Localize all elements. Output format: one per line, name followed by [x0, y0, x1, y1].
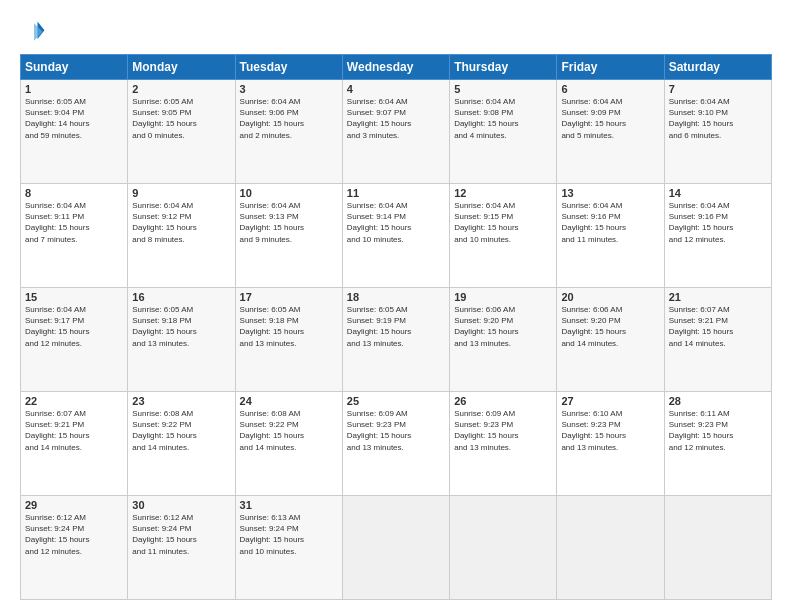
- weekday-header-wednesday: Wednesday: [342, 55, 449, 80]
- day-info: Sunrise: 6:04 AM Sunset: 9:08 PM Dayligh…: [454, 96, 552, 141]
- calendar-day: 21Sunrise: 6:07 AM Sunset: 9:21 PM Dayli…: [664, 288, 771, 392]
- day-info: Sunrise: 6:13 AM Sunset: 9:24 PM Dayligh…: [240, 512, 338, 557]
- calendar-day: 17Sunrise: 6:05 AM Sunset: 9:18 PM Dayli…: [235, 288, 342, 392]
- calendar-header: SundayMondayTuesdayWednesdayThursdayFrid…: [21, 55, 772, 80]
- weekday-header-friday: Friday: [557, 55, 664, 80]
- calendar-week-3: 15Sunrise: 6:04 AM Sunset: 9:17 PM Dayli…: [21, 288, 772, 392]
- calendar-day: 9Sunrise: 6:04 AM Sunset: 9:12 PM Daylig…: [128, 184, 235, 288]
- day-number: 18: [347, 291, 445, 303]
- day-number: 12: [454, 187, 552, 199]
- day-number: 16: [132, 291, 230, 303]
- calendar-day: 2Sunrise: 6:05 AM Sunset: 9:05 PM Daylig…: [128, 80, 235, 184]
- calendar-day: 23Sunrise: 6:08 AM Sunset: 9:22 PM Dayli…: [128, 392, 235, 496]
- weekday-header-thursday: Thursday: [450, 55, 557, 80]
- weekday-header-sunday: Sunday: [21, 55, 128, 80]
- day-number: 5: [454, 83, 552, 95]
- day-info: Sunrise: 6:04 AM Sunset: 9:15 PM Dayligh…: [454, 200, 552, 245]
- day-info: Sunrise: 6:12 AM Sunset: 9:24 PM Dayligh…: [25, 512, 123, 557]
- calendar-day: 13Sunrise: 6:04 AM Sunset: 9:16 PM Dayli…: [557, 184, 664, 288]
- calendar-day: [450, 496, 557, 600]
- day-info: Sunrise: 6:05 AM Sunset: 9:18 PM Dayligh…: [240, 304, 338, 349]
- day-number: 19: [454, 291, 552, 303]
- day-info: Sunrise: 6:07 AM Sunset: 9:21 PM Dayligh…: [25, 408, 123, 453]
- header: [20, 18, 772, 46]
- day-info: Sunrise: 6:04 AM Sunset: 9:07 PM Dayligh…: [347, 96, 445, 141]
- calendar-day: 6Sunrise: 6:04 AM Sunset: 9:09 PM Daylig…: [557, 80, 664, 184]
- day-number: 25: [347, 395, 445, 407]
- day-info: Sunrise: 6:08 AM Sunset: 9:22 PM Dayligh…: [240, 408, 338, 453]
- day-number: 28: [669, 395, 767, 407]
- calendar-week-5: 29Sunrise: 6:12 AM Sunset: 9:24 PM Dayli…: [21, 496, 772, 600]
- calendar-week-4: 22Sunrise: 6:07 AM Sunset: 9:21 PM Dayli…: [21, 392, 772, 496]
- day-info: Sunrise: 6:09 AM Sunset: 9:23 PM Dayligh…: [454, 408, 552, 453]
- day-info: Sunrise: 6:10 AM Sunset: 9:23 PM Dayligh…: [561, 408, 659, 453]
- day-number: 21: [669, 291, 767, 303]
- day-info: Sunrise: 6:04 AM Sunset: 9:12 PM Dayligh…: [132, 200, 230, 245]
- calendar-day: 11Sunrise: 6:04 AM Sunset: 9:14 PM Dayli…: [342, 184, 449, 288]
- day-number: 29: [25, 499, 123, 511]
- calendar-day: 8Sunrise: 6:04 AM Sunset: 9:11 PM Daylig…: [21, 184, 128, 288]
- day-info: Sunrise: 6:04 AM Sunset: 9:17 PM Dayligh…: [25, 304, 123, 349]
- calendar-day: 20Sunrise: 6:06 AM Sunset: 9:20 PM Dayli…: [557, 288, 664, 392]
- day-info: Sunrise: 6:04 AM Sunset: 9:06 PM Dayligh…: [240, 96, 338, 141]
- calendar-day: 22Sunrise: 6:07 AM Sunset: 9:21 PM Dayli…: [21, 392, 128, 496]
- day-info: Sunrise: 6:05 AM Sunset: 9:05 PM Dayligh…: [132, 96, 230, 141]
- day-number: 4: [347, 83, 445, 95]
- day-info: Sunrise: 6:04 AM Sunset: 9:09 PM Dayligh…: [561, 96, 659, 141]
- day-number: 13: [561, 187, 659, 199]
- day-number: 31: [240, 499, 338, 511]
- day-number: 24: [240, 395, 338, 407]
- calendar-day: 31Sunrise: 6:13 AM Sunset: 9:24 PM Dayli…: [235, 496, 342, 600]
- calendar-day: 14Sunrise: 6:04 AM Sunset: 9:16 PM Dayli…: [664, 184, 771, 288]
- day-info: Sunrise: 6:04 AM Sunset: 9:14 PM Dayligh…: [347, 200, 445, 245]
- calendar-day: 25Sunrise: 6:09 AM Sunset: 9:23 PM Dayli…: [342, 392, 449, 496]
- calendar-day: 7Sunrise: 6:04 AM Sunset: 9:10 PM Daylig…: [664, 80, 771, 184]
- day-number: 2: [132, 83, 230, 95]
- calendar-day: 3Sunrise: 6:04 AM Sunset: 9:06 PM Daylig…: [235, 80, 342, 184]
- day-info: Sunrise: 6:12 AM Sunset: 9:24 PM Dayligh…: [132, 512, 230, 557]
- day-number: 6: [561, 83, 659, 95]
- calendar-day: [342, 496, 449, 600]
- calendar-day: 10Sunrise: 6:04 AM Sunset: 9:13 PM Dayli…: [235, 184, 342, 288]
- day-number: 1: [25, 83, 123, 95]
- day-info: Sunrise: 6:05 AM Sunset: 9:19 PM Dayligh…: [347, 304, 445, 349]
- day-number: 8: [25, 187, 123, 199]
- calendar-week-1: 1Sunrise: 6:05 AM Sunset: 9:04 PM Daylig…: [21, 80, 772, 184]
- calendar-day: 12Sunrise: 6:04 AM Sunset: 9:15 PM Dayli…: [450, 184, 557, 288]
- weekday-header-saturday: Saturday: [664, 55, 771, 80]
- calendar-day: 18Sunrise: 6:05 AM Sunset: 9:19 PM Dayli…: [342, 288, 449, 392]
- day-number: 23: [132, 395, 230, 407]
- day-info: Sunrise: 6:06 AM Sunset: 9:20 PM Dayligh…: [454, 304, 552, 349]
- calendar-day: 1Sunrise: 6:05 AM Sunset: 9:04 PM Daylig…: [21, 80, 128, 184]
- day-number: 26: [454, 395, 552, 407]
- calendar-page: SundayMondayTuesdayWednesdayThursdayFrid…: [0, 0, 792, 612]
- day-info: Sunrise: 6:04 AM Sunset: 9:16 PM Dayligh…: [669, 200, 767, 245]
- calendar-table: SundayMondayTuesdayWednesdayThursdayFrid…: [20, 54, 772, 600]
- calendar-day: 24Sunrise: 6:08 AM Sunset: 9:22 PM Dayli…: [235, 392, 342, 496]
- day-number: 14: [669, 187, 767, 199]
- calendar-day: 5Sunrise: 6:04 AM Sunset: 9:08 PM Daylig…: [450, 80, 557, 184]
- day-info: Sunrise: 6:11 AM Sunset: 9:23 PM Dayligh…: [669, 408, 767, 453]
- day-number: 10: [240, 187, 338, 199]
- weekday-header-tuesday: Tuesday: [235, 55, 342, 80]
- day-info: Sunrise: 6:04 AM Sunset: 9:16 PM Dayligh…: [561, 200, 659, 245]
- calendar-day: 16Sunrise: 6:05 AM Sunset: 9:18 PM Dayli…: [128, 288, 235, 392]
- day-info: Sunrise: 6:06 AM Sunset: 9:20 PM Dayligh…: [561, 304, 659, 349]
- day-number: 11: [347, 187, 445, 199]
- day-info: Sunrise: 6:04 AM Sunset: 9:10 PM Dayligh…: [669, 96, 767, 141]
- calendar-day: 26Sunrise: 6:09 AM Sunset: 9:23 PM Dayli…: [450, 392, 557, 496]
- day-info: Sunrise: 6:09 AM Sunset: 9:23 PM Dayligh…: [347, 408, 445, 453]
- day-number: 20: [561, 291, 659, 303]
- day-number: 27: [561, 395, 659, 407]
- calendar-day: 15Sunrise: 6:04 AM Sunset: 9:17 PM Dayli…: [21, 288, 128, 392]
- logo: [20, 18, 52, 46]
- day-info: Sunrise: 6:05 AM Sunset: 9:18 PM Dayligh…: [132, 304, 230, 349]
- day-number: 3: [240, 83, 338, 95]
- calendar-day: 29Sunrise: 6:12 AM Sunset: 9:24 PM Dayli…: [21, 496, 128, 600]
- day-number: 17: [240, 291, 338, 303]
- day-number: 22: [25, 395, 123, 407]
- calendar-day: 28Sunrise: 6:11 AM Sunset: 9:23 PM Dayli…: [664, 392, 771, 496]
- calendar-week-2: 8Sunrise: 6:04 AM Sunset: 9:11 PM Daylig…: [21, 184, 772, 288]
- calendar-day: 27Sunrise: 6:10 AM Sunset: 9:23 PM Dayli…: [557, 392, 664, 496]
- weekday-row: SundayMondayTuesdayWednesdayThursdayFrid…: [21, 55, 772, 80]
